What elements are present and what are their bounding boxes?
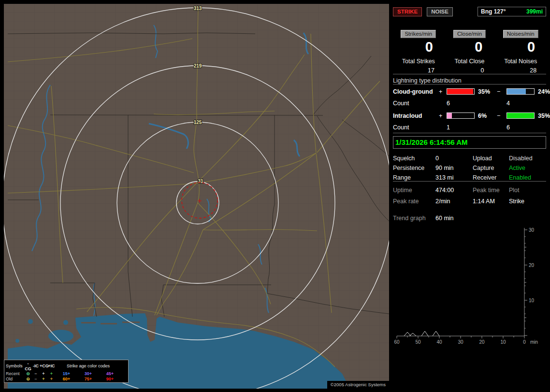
legend-age-header: Strike age color codes [56, 364, 121, 369]
trend-window-value: 60 min [435, 215, 546, 222]
x-tick-10: 10 [500, 339, 506, 345]
cg-negative-bar [507, 88, 535, 95]
x-tick-50: 50 [415, 339, 421, 345]
legend-col-pos-cg: +CG [40, 364, 47, 369]
close-per-min-badge[interactable]: Close/min [453, 30, 486, 38]
strikes-column: Strikes/min 0 Total Strikes 17 [393, 30, 444, 74]
legend-col-pos-ic: +IC [47, 364, 56, 369]
strike-legend: Symbols -CG -IC +CG +IC Strike age color… [4, 360, 129, 383]
x-axis-unit: min [530, 339, 538, 345]
cg-negative-pct: 24% [536, 88, 550, 95]
datetime-box: 1/31/2026 6:14:56 AM [393, 136, 546, 149]
ring-label-125: 125 [194, 120, 202, 125]
cloud-ground-row: Cloud-ground + 35% − 24% [393, 85, 546, 98]
age-75: 75+ [77, 377, 99, 382]
plot-label: Plot [509, 187, 546, 194]
uptime-value: 474:00 [435, 187, 473, 194]
legend-col-neg-cg: -CG [24, 361, 32, 371]
ring-label-31: 31 [198, 179, 203, 184]
rate-counters: Strikes/min 0 Total Strikes 17 Close/min… [393, 30, 546, 74]
trend-y-ticks [524, 230, 527, 336]
y-tick-30: 30 [529, 227, 535, 233]
legend-symbols-header: Symbols [6, 364, 24, 369]
minus-sign: − [497, 112, 507, 119]
trend-axes [397, 228, 524, 336]
cg-positive-count: 6 [447, 100, 476, 107]
total-close-value: 0 [455, 67, 485, 74]
settings-grid: Squelch 0 Upload Disabled Persistence 90… [393, 155, 546, 181]
squelch-value: 0 [435, 155, 473, 162]
strikes-rate-value: 0 [402, 39, 435, 55]
count-label: Count [393, 124, 439, 131]
ring-label-219: 219 [194, 63, 202, 69]
trend-x-ticks [397, 336, 524, 338]
noises-per-min-badge[interactable]: Noises/min [503, 30, 538, 38]
ic-positive-bar [447, 112, 475, 119]
recent-pos-cg-icon: + [40, 371, 47, 377]
y-tick-10: 10 [529, 298, 535, 303]
ic-negative-pct: 35% [536, 112, 550, 119]
legend-old-label: Old [6, 377, 24, 382]
recent-pos-ic-icon: + [47, 371, 56, 377]
bearing-readout: Bng 127° 399mi [478, 7, 546, 16]
strike-mode-button[interactable]: STRIKE [393, 7, 422, 16]
distribution-header: Lightning type distribution [393, 77, 546, 84]
total-strikes-value: 17 [402, 67, 435, 74]
mode-row: STRIKE NOISE Bng 127° 399mi [393, 7, 546, 16]
capture-status: Active [509, 165, 546, 171]
total-noises-label: Total Noises [504, 58, 537, 65]
ring-label-313: 313 [194, 6, 202, 11]
recent-neg-ic-icon: − [32, 371, 40, 377]
total-noises-value: 28 [504, 67, 537, 74]
cloud-ground-label: Cloud-ground [393, 88, 439, 95]
plus-sign: + [439, 88, 447, 95]
cg-positive-bar-fill [447, 89, 473, 94]
intracloud-label: Intracloud [393, 112, 439, 119]
peak-rate-label: Peak rate [393, 198, 435, 205]
close-column: Close/min 0 Total Close 0 [444, 30, 495, 74]
noises-rate-value: 0 [504, 39, 537, 55]
persistence-value: 90 min [435, 165, 473, 171]
ic-negative-bar-fill [507, 113, 534, 118]
age-15: 15+ [56, 371, 77, 377]
receiver-status: Enabled [509, 174, 546, 181]
copyright-text: ©2005 Astrogenic Systems [327, 381, 389, 389]
strikes-per-min-badge[interactable]: Strikes/min [401, 30, 436, 38]
ic-positive-pct: 6% [476, 112, 497, 119]
old-pos-cg-icon: + [40, 377, 47, 382]
ic-positive-bar-fill [447, 113, 452, 118]
divider [393, 74, 546, 74]
age-60: 60+ [56, 377, 77, 382]
divider [393, 181, 546, 182]
age-90: 90+ [99, 377, 121, 382]
status-grid: Uptime 474:00 Peak time Plot Peak rate 2… [393, 187, 546, 205]
ic-negative-bar [507, 112, 535, 119]
capture-label: Capture [473, 165, 509, 171]
trend-spikes [404, 331, 439, 336]
trend-graph-label: Trend graph [393, 215, 435, 222]
x-tick-60: 60 [394, 339, 400, 345]
age-45: 45+ [99, 371, 121, 377]
peak-time-label: Peak time [473, 187, 509, 194]
upload-status: Disabled [509, 155, 546, 162]
x-tick-20: 20 [479, 339, 485, 345]
ic-positive-count: 1 [447, 124, 476, 131]
noise-mode-button[interactable]: NOISE [427, 7, 453, 16]
ic-negative-count: 6 [507, 124, 536, 131]
total-close-label: Total Close [455, 58, 485, 65]
plot-value: Strike [509, 198, 546, 205]
legend-recent-label: Recent [6, 371, 24, 377]
lightning-map[interactable]: 313 219 125 31 Symbols -CG -IC +CG +IC S… [4, 4, 389, 389]
x-tick-30: 30 [458, 339, 463, 345]
age-30: 30+ [77, 371, 99, 377]
cg-negative-count: 4 [507, 100, 536, 107]
bearing-label: Bng 127° [481, 8, 506, 15]
bearing-range: 399mi [526, 8, 543, 15]
receiver-label: Receiver [473, 174, 509, 181]
cg-positive-bar [447, 88, 475, 95]
upload-label: Upload [473, 155, 509, 162]
divider [393, 84, 546, 84]
total-strikes-label: Total Strikes [402, 58, 435, 65]
cloud-ground-count-row: Count 6 4 [393, 98, 546, 109]
recent-neg-cg-icon: ⊖ [24, 371, 32, 377]
